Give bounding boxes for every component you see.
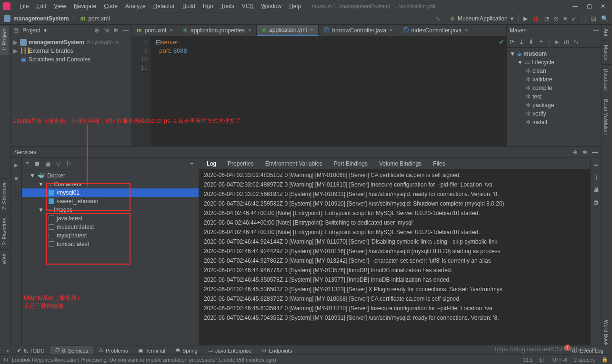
tab-volume-bindings[interactable]: Volume Bindings: [379, 158, 421, 169]
project-root-node[interactable]: ▶ managementSystem E:\lyking90-m: [10, 38, 131, 47]
close-tab-icon[interactable]: ✕: [248, 28, 251, 33]
editor-code[interactable]: ⊟server: port: 8088: [151, 36, 506, 146]
stop-icon[interactable]: ■: [14, 175, 18, 182]
tab-properties[interactable]: Properties: [228, 158, 254, 169]
maven-lifecycle-node[interactable]: ▼▭ Lifecycle: [509, 58, 600, 67]
add-service-icon[interactable]: ＋: [189, 159, 195, 167]
debug-icon[interactable]: 🐞: [532, 15, 540, 22]
menu-window[interactable]: Window: [258, 1, 285, 11]
image-java[interactable]: java:latest: [22, 214, 199, 223]
hide-icon[interactable]: —: [592, 149, 598, 156]
maven-project-node[interactable]: ▼⬙ museum: [509, 49, 600, 58]
status-indent[interactable]: 2 spaces: [574, 357, 595, 363]
external-libraries-node[interactable]: ▶┃┃┃ External Libraries: [10, 47, 131, 55]
menu-build[interactable]: Build: [179, 1, 199, 11]
editor-body[interactable]: 891011 ⊟server: port: 8088: [132, 36, 506, 146]
coverage-icon[interactable]: ◔: [544, 15, 549, 22]
minimize-icon[interactable]: —: [572, 3, 578, 10]
run-configuration-dropdown[interactable]: ❀ MuseumApplication ▾: [445, 14, 519, 23]
tab-database[interactable]: Database: [602, 65, 611, 95]
stop-icon[interactable]: ■: [563, 15, 567, 22]
menu-code[interactable]: Code: [100, 1, 121, 11]
maximize-icon[interactable]: ▢: [587, 3, 592, 10]
hide-icon[interactable]: —: [593, 27, 599, 34]
containers-node[interactable]: ▼▭ Containers: [22, 180, 199, 188]
project-view-icon[interactable]: ▤: [13, 27, 19, 34]
status-line-ending[interactable]: LF: [540, 357, 546, 363]
scratches-node[interactable]: ▣ Scratches and Consoles: [10, 55, 131, 64]
menu-help[interactable]: Help: [286, 1, 304, 11]
status-position[interactable]: 11:1: [523, 357, 533, 363]
quick-access-icon[interactable]: ▫: [4, 348, 11, 354]
maven-tree[interactable]: ▼⬙ museum ▼▭ Lifecycle ✻ clean ✻ validat…: [507, 48, 602, 128]
ide-settings-icon[interactable]: ▤: [591, 15, 596, 22]
tab-port-bindings[interactable]: Port Bindings: [334, 158, 368, 169]
close-icon[interactable]: ✕: [601, 3, 605, 10]
maven-goal-clean[interactable]: ✻ clean: [509, 67, 600, 75]
menu-analyze[interactable]: Analyze: [122, 1, 149, 11]
menu-vcs[interactable]: VCS: [239, 1, 257, 11]
menu-edit[interactable]: Edit: [33, 1, 50, 11]
remove-icon[interactable]: —: [13, 188, 19, 195]
image-mysql[interactable]: mysql:latest: [22, 231, 199, 240]
tab-terminal[interactable]: ▣ Terminal: [133, 346, 170, 355]
menu-tools[interactable]: Tools: [218, 1, 238, 11]
hide-icon[interactable]: —: [123, 27, 129, 34]
maven-goal-install[interactable]: ✻ install: [509, 118, 600, 127]
tab-spring[interactable]: ❀ Spring: [171, 346, 202, 355]
maven-goal-test[interactable]: ✻ test: [509, 92, 600, 101]
run-icon[interactable]: ▶: [555, 39, 559, 45]
expand-icon[interactable]: ≡: [26, 160, 29, 167]
download-icon[interactable]: ⬇: [529, 39, 533, 45]
menu-file[interactable]: File: [16, 1, 32, 11]
update-project-icon[interactable]: ↙: [572, 15, 576, 22]
close-tab-icon[interactable]: ✕: [310, 27, 313, 32]
tab-todo[interactable]: ✔ 6: TODO: [12, 346, 50, 355]
toggle-icon[interactable]: ⇆: [574, 39, 579, 45]
tab-bean-validation[interactable]: Bean Validation: [602, 95, 611, 139]
tab-problems[interactable]: ⚠ Problems: [94, 346, 132, 355]
collapse-icon[interactable]: ≣: [35, 160, 40, 167]
filter-icon[interactable]: ▽: [56, 160, 60, 167]
build-hammer-icon[interactable]: ↘: [435, 15, 440, 22]
maven-goal-validate[interactable]: ✻ validate: [509, 75, 600, 84]
menu-refactor[interactable]: Refactor: [150, 1, 178, 11]
image-tomcat[interactable]: tomcat:latest: [22, 240, 199, 248]
tab-files[interactable]: Files: [433, 158, 445, 169]
run-icon[interactable]: ▶: [523, 15, 528, 22]
close-tab-icon[interactable]: ✕: [389, 28, 393, 33]
maven-goal-compile[interactable]: ✻ compile: [509, 84, 600, 92]
tab-env-vars[interactable]: Environment Variables: [265, 158, 322, 169]
editor-tab-index[interactable]: ⒸindexController.java✕: [398, 25, 473, 36]
tab-project[interactable]: 1: Project: [0, 25, 9, 55]
maven-goal-package[interactable]: ✻ package: [509, 101, 600, 109]
gear-icon[interactable]: ✻: [113, 27, 118, 34]
print-icon[interactable]: 🖶: [593, 187, 599, 193]
reload-icon[interactable]: ⟳: [510, 39, 514, 45]
docker-node[interactable]: ▼🐳 Docker: [22, 171, 199, 180]
close-tab-icon[interactable]: ✕: [464, 28, 468, 33]
editor-tab-props[interactable]: ❀application.properties✕: [178, 25, 257, 36]
clear-icon[interactable]: 🗑: [593, 199, 599, 206]
add-icon[interactable]: ＋: [538, 38, 544, 46]
editor-tab-pom[interactable]: mpom.xml✕: [132, 25, 178, 36]
menu-view[interactable]: View: [50, 1, 70, 11]
tag-icon[interactable]: ⚐: [66, 160, 71, 167]
tab-favorites[interactable]: 2: Favorites: [0, 214, 9, 249]
tab-services[interactable]: ⎔ 8: Services: [50, 346, 93, 355]
services-log-output[interactable]: 2020-06-04T02:33:02.483510Z 0 [Warning] …: [199, 169, 590, 345]
services-tree[interactable]: ▼🐳 Docker ▼▭ Containers /mysql01 /sweet_…: [22, 169, 199, 250]
images-node[interactable]: ▼▭ Images: [22, 206, 199, 214]
profile-icon[interactable]: ⊙: [554, 15, 559, 22]
translate-icon[interactable]: ⬚: [581, 15, 586, 22]
project-title[interactable]: Project: [22, 27, 40, 34]
locate-icon[interactable]: ⊕: [573, 149, 578, 156]
editor-tab-borrow[interactable]: ⒸborrowController.java✕: [319, 25, 398, 36]
tab-endpoints[interactable]: ⊙ Endpoints: [257, 346, 297, 355]
soft-wrap-icon[interactable]: ↩: [594, 162, 599, 168]
container-mysql01[interactable]: /mysql01: [22, 188, 199, 197]
run-icon[interactable]: ▶: [14, 162, 18, 168]
project-tree[interactable]: ▶ managementSystem E:\lyking90-m ▶┃┃┃ Ex…: [10, 36, 131, 66]
generate-icon[interactable]: ⤓: [519, 39, 524, 45]
breadcrumb[interactable]: managementSystem 〉 m pom.xml: [4, 14, 110, 22]
